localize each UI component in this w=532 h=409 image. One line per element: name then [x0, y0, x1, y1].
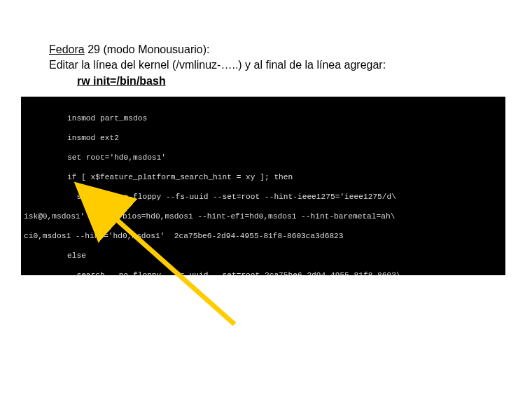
term-line: insmod ext2 — [67, 133, 503, 143]
term-line: if [ x$feature_platform_search_hint = xy… — [67, 172, 503, 182]
distro-name: Fedora — [49, 43, 85, 55]
term-line: set root='hd0,msdos1' — [67, 153, 503, 162]
grub-terminal: insmod part_msdos insmod ext2 set root='… — [21, 97, 505, 275]
instruction-block: Fedora 29 (modo Monousuario): Editar la … — [49, 42, 532, 89]
term-line: ci0,msdos1 --hint='hd0,msdos1' 2ca75be6-… — [24, 231, 503, 241]
term-line: search --no-floppy --fs-uuid --set=root … — [67, 192, 503, 202]
term-line: isk@0,msdos1' --hint-bios=hd0,msdos1 --h… — [24, 212, 503, 221]
instruction-line-3: rw init=/bin/bash — [49, 74, 532, 89]
instruction-line-1: Fedora 29 (modo Monousuario): — [49, 42, 532, 57]
term-line: else — [67, 251, 503, 261]
term-line: search --no-floppy --fs-uuid --set=root … — [67, 270, 503, 275]
page-root: Fedora 29 (modo Monousuario): Editar la … — [0, 0, 532, 409]
instruction-line-1-rest: 29 (modo Monousuario): — [85, 43, 210, 55]
instruction-line-2: Editar la línea del kernel (/vmlinuz-…..… — [49, 57, 532, 73]
term-line: insmod part_msdos — [67, 113, 503, 123]
